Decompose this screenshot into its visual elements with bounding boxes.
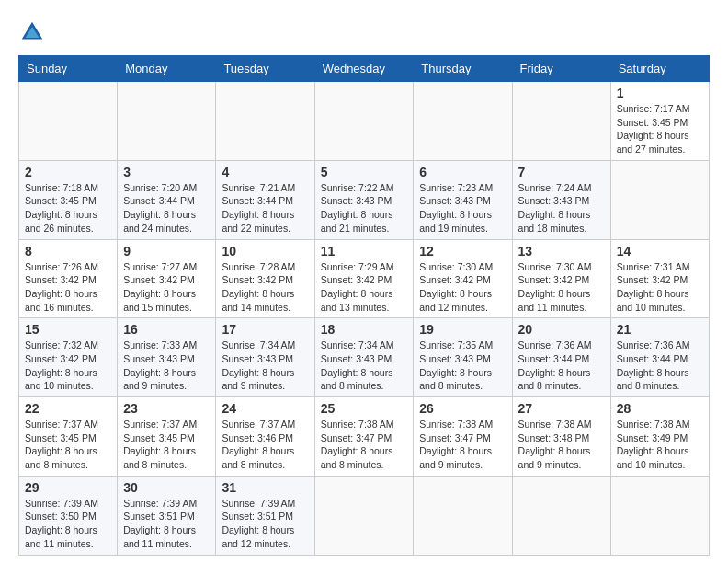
day-info: Sunrise: 7:30 AMSunset: 3:42 PMDaylight:… <box>518 260 605 315</box>
calendar-week-row: 2 Sunrise: 7:18 AMSunset: 3:45 PMDayligh… <box>19 160 710 239</box>
day-number: 18 <box>321 322 408 337</box>
calendar-cell-day-9: 9 Sunrise: 7:27 AMSunset: 3:42 PMDayligh… <box>118 239 216 318</box>
calendar-cell-day-27: 27 Sunrise: 7:38 AMSunset: 3:48 PMDaylig… <box>512 397 610 477</box>
calendar-week-row: 1 Sunrise: 7:17 AMSunset: 3:45 PMDayligh… <box>19 82 710 161</box>
day-number: 7 <box>518 165 605 179</box>
calendar-table: SundayMondayTuesdayWednesdayThursdayFrid… <box>18 55 710 556</box>
calendar-header-thursday: Thursday <box>414 56 512 82</box>
day-number: 5 <box>321 165 408 179</box>
day-number: 9 <box>123 244 210 259</box>
day-info: Sunrise: 7:37 AMSunset: 3:45 PMDaylight:… <box>25 418 111 472</box>
day-number: 4 <box>222 165 308 179</box>
day-info: Sunrise: 7:37 AMSunset: 3:45 PMDaylight:… <box>123 418 210 472</box>
day-info: Sunrise: 7:38 AMSunset: 3:48 PMDaylight:… <box>518 418 605 472</box>
day-number: 6 <box>419 165 506 179</box>
calendar-header-tuesday: Tuesday <box>216 56 314 82</box>
day-number: 3 <box>123 165 210 179</box>
calendar-cell-day-13: 13 Sunrise: 7:30 AMSunset: 3:42 PMDaylig… <box>512 239 610 318</box>
day-number: 20 <box>518 322 605 337</box>
calendar-cell-empty <box>512 82 610 161</box>
calendar-cell-day-3: 3 Sunrise: 7:20 AMSunset: 3:44 PMDayligh… <box>118 160 216 239</box>
calendar-cell-empty <box>19 82 118 161</box>
calendar-cell-day-5: 5 Sunrise: 7:22 AMSunset: 3:43 PMDayligh… <box>314 160 414 239</box>
day-number: 31 <box>222 480 308 495</box>
calendar-cell-empty <box>512 476 610 555</box>
day-number: 25 <box>321 401 408 416</box>
calendar-header-saturday: Saturday <box>610 56 709 82</box>
day-number: 22 <box>25 401 111 416</box>
calendar-cell-day-15: 15 Sunrise: 7:32 AMSunset: 3:42 PMDaylig… <box>19 318 118 397</box>
calendar-cell-day-28: 28 Sunrise: 7:38 AMSunset: 3:49 PMDaylig… <box>610 397 709 477</box>
day-info: Sunrise: 7:38 AMSunset: 3:47 PMDaylight:… <box>419 418 506 472</box>
calendar-header-sunday: Sunday <box>19 56 118 82</box>
day-number: 10 <box>222 244 308 259</box>
day-info: Sunrise: 7:38 AMSunset: 3:47 PMDaylight:… <box>321 418 408 472</box>
calendar-cell-empty <box>414 82 512 161</box>
logo-icon <box>18 18 46 46</box>
calendar-cell-day-23: 23 Sunrise: 7:37 AMSunset: 3:45 PMDaylig… <box>118 397 216 477</box>
day-info: Sunrise: 7:32 AMSunset: 3:42 PMDaylight:… <box>25 339 111 393</box>
calendar-week-row: 29 Sunrise: 7:39 AMSunset: 3:50 PMDaylig… <box>19 476 710 555</box>
calendar-cell-day-6: 6 Sunrise: 7:23 AMSunset: 3:43 PMDayligh… <box>414 160 512 239</box>
day-info: Sunrise: 7:39 AMSunset: 3:51 PMDaylight:… <box>222 497 308 551</box>
page-header <box>18 18 710 46</box>
day-info: Sunrise: 7:17 AMSunset: 3:45 PMDaylight:… <box>617 102 703 156</box>
logo <box>18 18 50 46</box>
day-number: 26 <box>419 401 506 416</box>
calendar-cell-day-17: 17 Sunrise: 7:34 AMSunset: 3:43 PMDaylig… <box>216 318 314 397</box>
day-info: Sunrise: 7:39 AMSunset: 3:50 PMDaylight:… <box>25 497 111 551</box>
calendar-cell-day-20: 20 Sunrise: 7:36 AMSunset: 3:44 PMDaylig… <box>512 318 610 397</box>
day-number: 29 <box>25 480 111 495</box>
calendar-cell-day-16: 16 Sunrise: 7:33 AMSunset: 3:43 PMDaylig… <box>118 318 216 397</box>
day-number: 24 <box>222 401 308 416</box>
calendar-cell-day-14: 14 Sunrise: 7:31 AMSunset: 3:42 PMDaylig… <box>610 239 709 318</box>
day-info: Sunrise: 7:29 AMSunset: 3:42 PMDaylight:… <box>321 260 408 315</box>
calendar-cell-day-7: 7 Sunrise: 7:24 AMSunset: 3:43 PMDayligh… <box>512 160 610 239</box>
calendar-cell-day-12: 12 Sunrise: 7:30 AMSunset: 3:42 PMDaylig… <box>414 239 512 318</box>
calendar-header-row: SundayMondayTuesdayWednesdayThursdayFrid… <box>19 56 710 82</box>
calendar-cell-empty <box>414 476 512 555</box>
day-number: 8 <box>25 244 111 259</box>
day-info: Sunrise: 7:26 AMSunset: 3:42 PMDaylight:… <box>25 260 111 315</box>
calendar-cell-day-19: 19 Sunrise: 7:35 AMSunset: 3:43 PMDaylig… <box>414 318 512 397</box>
day-info: Sunrise: 7:34 AMSunset: 3:43 PMDaylight:… <box>321 339 408 393</box>
day-info: Sunrise: 7:36 AMSunset: 3:44 PMDaylight:… <box>518 339 605 393</box>
calendar-cell-day-11: 11 Sunrise: 7:29 AMSunset: 3:42 PMDaylig… <box>314 239 414 318</box>
day-number: 27 <box>518 401 605 416</box>
day-number: 13 <box>518 244 605 259</box>
calendar-cell-day-31: 31 Sunrise: 7:39 AMSunset: 3:51 PMDaylig… <box>216 476 314 555</box>
calendar-cell-day-30: 30 Sunrise: 7:39 AMSunset: 3:51 PMDaylig… <box>118 476 216 555</box>
calendar-cell-empty <box>314 82 414 161</box>
day-number: 19 <box>419 322 506 337</box>
day-info: Sunrise: 7:27 AMSunset: 3:42 PMDaylight:… <box>123 260 210 315</box>
calendar-cell-day-26: 26 Sunrise: 7:38 AMSunset: 3:47 PMDaylig… <box>414 397 512 477</box>
calendar-cell-day-8: 8 Sunrise: 7:26 AMSunset: 3:42 PMDayligh… <box>19 239 118 318</box>
day-number: 30 <box>123 480 210 495</box>
calendar-cell-day-25: 25 Sunrise: 7:38 AMSunset: 3:47 PMDaylig… <box>314 397 414 477</box>
day-info: Sunrise: 7:18 AMSunset: 3:45 PMDaylight:… <box>25 181 111 236</box>
day-number: 21 <box>617 322 703 337</box>
day-info: Sunrise: 7:34 AMSunset: 3:43 PMDaylight:… <box>222 339 308 393</box>
calendar-header-wednesday: Wednesday <box>314 56 414 82</box>
day-number: 16 <box>123 322 210 337</box>
calendar-cell-day-10: 10 Sunrise: 7:28 AMSunset: 3:42 PMDaylig… <box>216 239 314 318</box>
calendar-header-monday: Monday <box>118 56 216 82</box>
day-info: Sunrise: 7:23 AMSunset: 3:43 PMDaylight:… <box>419 181 506 236</box>
day-info: Sunrise: 7:35 AMSunset: 3:43 PMDaylight:… <box>419 339 506 393</box>
day-number: 14 <box>617 244 703 259</box>
day-number: 28 <box>617 401 703 416</box>
day-info: Sunrise: 7:37 AMSunset: 3:46 PMDaylight:… <box>222 418 308 472</box>
day-info: Sunrise: 7:31 AMSunset: 3:42 PMDaylight:… <box>617 260 703 315</box>
day-number: 11 <box>321 244 408 259</box>
calendar-cell-day-29: 29 Sunrise: 7:39 AMSunset: 3:50 PMDaylig… <box>19 476 118 555</box>
calendar-header-friday: Friday <box>512 56 610 82</box>
calendar-cell-day-2: 2 Sunrise: 7:18 AMSunset: 3:45 PMDayligh… <box>19 160 118 239</box>
day-info: Sunrise: 7:33 AMSunset: 3:43 PMDaylight:… <box>123 339 210 393</box>
calendar-cell-empty <box>118 82 216 161</box>
calendar-week-row: 22 Sunrise: 7:37 AMSunset: 3:45 PMDaylig… <box>19 397 710 477</box>
calendar-cell-empty <box>216 82 314 161</box>
calendar-cell-day-18: 18 Sunrise: 7:34 AMSunset: 3:43 PMDaylig… <box>314 318 414 397</box>
calendar-week-row: 8 Sunrise: 7:26 AMSunset: 3:42 PMDayligh… <box>19 239 710 318</box>
day-info: Sunrise: 7:38 AMSunset: 3:49 PMDaylight:… <box>617 418 703 472</box>
day-info: Sunrise: 7:36 AMSunset: 3:44 PMDaylight:… <box>617 339 703 393</box>
